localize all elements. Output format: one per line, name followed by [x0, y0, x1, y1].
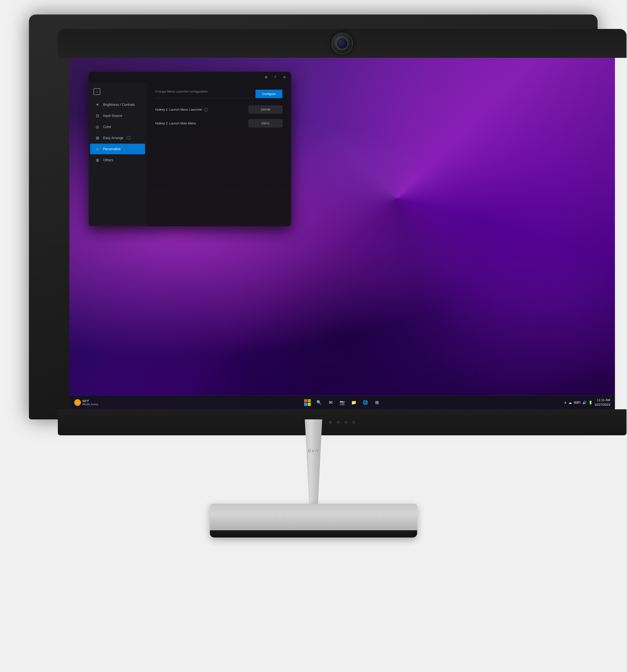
- weather-widget: 68°F Mostly Sunny: [74, 399, 98, 406]
- sidebar-color-label: Color: [103, 125, 111, 129]
- help-button[interactable]: ?: [272, 74, 278, 80]
- stand-base: [210, 504, 417, 537]
- tray-up-icon[interactable]: ∧: [564, 401, 566, 405]
- sidebar-item-easy-arrange[interactable]: ⊞ Easy Arrange i: [90, 133, 145, 143]
- bezel-btn-1[interactable]: [329, 421, 332, 424]
- separator: [155, 98, 283, 98]
- personalize-icon: ☆: [95, 147, 100, 151]
- sidebar-item-others[interactable]: ⊞ Others: [90, 155, 145, 165]
- sidebar: □ ☀ Brightness / Contrast ⊡ Input Source…: [89, 82, 146, 226]
- hotkey2-input[interactable]: [249, 119, 283, 127]
- windows-button[interactable]: [304, 399, 312, 407]
- store-button[interactable]: ⊞: [373, 399, 381, 407]
- edge-button[interactable]: 🌐: [361, 399, 369, 407]
- taskbar-center: 🔍 ✉ 📷 📁 🌐 ⊞: [304, 399, 381, 407]
- main-content: Configure Change Menu Launcher configura…: [146, 82, 291, 226]
- hotkey1-row: Hotkey 1: Launch Menu Launcher i: [155, 105, 283, 114]
- volume-icon[interactable]: 🔊: [582, 401, 586, 405]
- webcam-lens: [336, 38, 348, 49]
- configure-button[interactable]: Configure: [256, 90, 283, 98]
- sidebar-item-color[interactable]: ◎ Color: [90, 121, 145, 132]
- bezel-btn-3[interactable]: [344, 421, 347, 424]
- sidebar-item-personalize[interactable]: ☆ Personalize: [90, 144, 145, 154]
- hotkey1-label: Hotkey 1: Launch Menu Launcher i: [155, 108, 208, 112]
- sidebar-item-input-source[interactable]: ⊡ Input Source: [90, 111, 145, 121]
- scene: ⚙ ? ✕ □ ☀ Brightness / Contrast: [0, 0, 627, 672]
- sidebar-item-brightness-contrast[interactable]: ☀ Brightness / Contrast: [90, 99, 145, 110]
- others-icon: ⊞: [95, 158, 100, 163]
- sidebar-logo: □: [89, 86, 146, 99]
- sidebar-others-label: Others: [103, 158, 113, 162]
- settings-button[interactable]: ⚙: [263, 74, 269, 80]
- bottom-bezel: [58, 409, 627, 435]
- time-display: 11:11 AM 10/27/2023: [595, 398, 610, 407]
- sidebar-brightness-label: Brightness / Contrast: [103, 103, 135, 106]
- weather-info: 68°F Mostly Sunny: [82, 399, 98, 406]
- bezel-btn-4[interactable]: [352, 421, 355, 424]
- battery-icon[interactable]: 🔋: [588, 401, 593, 405]
- easy-arrange-icon: ⊞: [95, 136, 100, 140]
- stand-base-front: [210, 530, 417, 537]
- monitor-shell: ⚙ ? ✕ □ ☀ Brightness / Contrast: [29, 15, 598, 419]
- webcam-bar: [58, 29, 627, 58]
- search-button[interactable]: 🔍: [315, 399, 323, 407]
- camera-button[interactable]: 📷: [338, 399, 346, 407]
- hotkey1-info-icon[interactable]: i: [204, 108, 208, 112]
- hotkey2-label: Hotkey 2: Launch Main Menu: [155, 121, 196, 125]
- taskbar: 68°F Mostly Sunny: [69, 395, 615, 409]
- close-button[interactable]: ✕: [282, 74, 287, 80]
- sidebar-input-label: Input Source: [103, 114, 122, 118]
- app-window: ⚙ ? ✕ □ ☀ Brightness / Contrast: [89, 72, 291, 226]
- mail-button[interactable]: ✉: [327, 399, 335, 407]
- screen: ⚙ ? ✕ □ ☀ Brightness / Contrast: [69, 57, 615, 409]
- files-button[interactable]: 📁: [349, 399, 358, 407]
- brand-label: Dell: [308, 448, 319, 453]
- webcam: [331, 32, 353, 54]
- bezel-btn-2[interactable]: [337, 421, 340, 424]
- taskbar-left: 68°F Mostly Sunny: [69, 399, 304, 406]
- weather-desc: Mostly Sunny: [82, 403, 98, 406]
- input-source-icon: ⊡: [95, 113, 100, 118]
- wifi-icon[interactable]: WiFi: [574, 401, 580, 405]
- easy-arrange-info-icon[interactable]: i: [127, 136, 130, 140]
- app-titlebar: ⚙ ? ✕: [89, 72, 291, 82]
- brightness-icon: ☀: [95, 102, 100, 107]
- hotkey2-row: Hotkey 2: Launch Main Menu: [155, 119, 283, 127]
- cloud-icon[interactable]: ☁: [569, 401, 572, 405]
- hotkey1-input[interactable]: [249, 105, 283, 114]
- taskbar-right: ∧ ☁ WiFi 🔊 🔋 11:11 AM 10/27/2023: [381, 398, 615, 407]
- sidebar-easy-arrange-label: Easy Arrange: [103, 136, 123, 140]
- weather-temp: 68°F: [82, 399, 98, 403]
- app-body: □ ☀ Brightness / Contrast ⊡ Input Source…: [89, 82, 291, 226]
- sidebar-personalize-label: Personalize: [103, 147, 121, 151]
- color-icon: ◎: [95, 124, 100, 129]
- weather-icon: [74, 399, 81, 406]
- current-date: 10/27/2023: [595, 403, 610, 407]
- current-time: 11:11 AM: [595, 398, 610, 402]
- logo-icon: □: [94, 88, 100, 95]
